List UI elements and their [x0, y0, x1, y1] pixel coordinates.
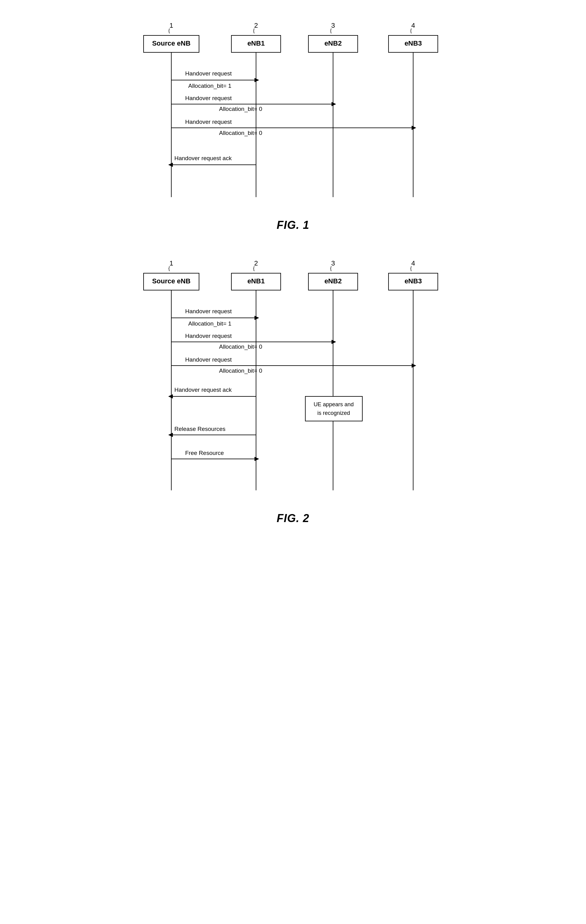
fig2-svg: 1 { 2 { 3 { 4 { Source eNB eNB1 eNB2 eNB… — [124, 256, 462, 503]
fig1-msg3-label1: Handover request — [185, 119, 232, 125]
fig2-msg4-label1: Handover request ack — [174, 386, 232, 393]
fig2-node1-num: 1 — [170, 259, 173, 267]
fig2-msg2-label1: Handover request — [185, 333, 232, 339]
fig1-msg1-arrow — [254, 78, 259, 82]
fig2-node3-num: 3 — [331, 259, 335, 267]
fig2-msg1-label1: Handover request — [185, 308, 232, 315]
fig1-node2-brace: { — [253, 28, 255, 33]
fig2-ue-label2: is recognized — [317, 410, 350, 416]
fig2-ue-label1: UE appears and — [314, 401, 354, 408]
fig1-node1-num: 1 — [170, 21, 173, 29]
fig1-node4-num: 4 — [411, 21, 415, 29]
fig2-msg5-label1: Release Resources — [174, 426, 226, 432]
fig2-msg3-arrow — [412, 363, 416, 368]
fig1-msg3-arrow — [412, 125, 416, 130]
fig1-title: FIG. 1 — [78, 219, 508, 232]
fig1-msg1-label1: Handover request — [185, 70, 232, 77]
fig1-svg: 1 { 2 { 3 { 4 { Source eNB eNB1 eNB2 eNB… — [124, 18, 462, 210]
fig2-label4: eNB3 — [404, 277, 422, 285]
fig1-msg2-arrow — [332, 102, 336, 106]
fig2-node4-brace: { — [410, 266, 412, 271]
fig2-msg1-arrow — [254, 316, 259, 320]
fig1-msg4-label1: Handover request ack — [174, 155, 232, 162]
fig2-msg4-arrow — [168, 394, 173, 399]
fig1-node2-num: 2 — [254, 21, 258, 29]
fig1-node3-num: 3 — [331, 21, 335, 29]
fig2-node1-brace: { — [168, 266, 170, 271]
fig2-msg5-arrow — [168, 433, 173, 437]
fig2-msg1-label2: Allocation_bit= 1 — [188, 320, 231, 327]
fig2-node2-brace: { — [253, 266, 255, 271]
fig2-label3: eNB2 — [324, 277, 342, 285]
fig2-label1: Source eNB — [152, 277, 191, 285]
fig1-label3: eNB2 — [324, 40, 342, 47]
fig1-msg2-label2: Allocation_bit= 0 — [219, 106, 262, 112]
fig2-section: 1 { 2 { 3 { 4 { Source eNB eNB1 eNB2 eNB… — [78, 256, 508, 525]
fig2-msg6-label1: Free Resource — [185, 450, 224, 456]
fig1-msg2-label1: Handover request — [185, 95, 232, 101]
fig1-msg3-label2: Allocation_bit= 0 — [219, 130, 262, 137]
fig1-msg1-label2: Allocation_bit= 1 — [188, 82, 231, 89]
fig1-label1: Source eNB — [152, 40, 191, 47]
fig2-msg2-arrow — [332, 340, 336, 344]
page-container: 1 { 2 { 3 { 4 { Source eNB eNB1 eNB2 eNB… — [0, 0, 586, 924]
fig1-node1-brace: { — [168, 28, 170, 33]
fig2-node2-num: 2 — [254, 259, 258, 267]
fig2-msg3-label2: Allocation_bit= 0 — [219, 368, 262, 374]
fig1-msg4-arrow — [168, 163, 173, 167]
fig2-node4-num: 4 — [411, 259, 415, 267]
fig2-msg2-label2: Allocation_bit= 0 — [219, 343, 262, 350]
fig2-msg3-label1: Handover request — [185, 356, 232, 363]
fig2-node3-brace: { — [330, 266, 332, 271]
fig1-node3-brace: { — [330, 28, 332, 33]
fig2-msg6-arrow — [254, 457, 259, 461]
fig1-label4: eNB3 — [404, 40, 422, 47]
fig1-node4-brace: { — [410, 28, 412, 33]
fig2-label2: eNB1 — [248, 277, 265, 285]
fig1-label2: eNB1 — [248, 40, 265, 47]
fig1-section: 1 { 2 { 3 { 4 { Source eNB eNB1 eNB2 eNB… — [78, 18, 508, 232]
fig2-title: FIG. 2 — [78, 512, 508, 525]
fig2-ue-box — [305, 396, 362, 421]
